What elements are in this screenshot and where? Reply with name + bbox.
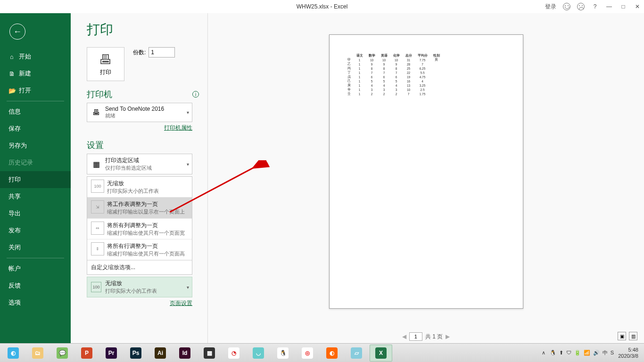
sidebar-separator xyxy=(7,101,64,101)
sidebar-item-label: 选项 xyxy=(8,298,21,307)
tray-expand-icon[interactable]: ∧ xyxy=(542,350,545,356)
taskbar-app-chat[interactable]: ◡ xyxy=(247,345,270,362)
scale-options-list: 100无缩放打印实际大小的工作表⇲将工作表调整为一页缩减打印输出以显示在一个页面… xyxy=(87,176,192,275)
sidebar-item-打印[interactable]: 打印 xyxy=(0,171,71,188)
sidebar-item-保存[interactable]: 保存 xyxy=(0,120,71,137)
sad-face-icon[interactable] xyxy=(577,3,585,10)
sidebar-item-帐户[interactable]: 帐户 xyxy=(0,260,71,277)
copies-input[interactable] xyxy=(149,47,175,58)
taskbar-app-ai[interactable]: Ai xyxy=(149,345,172,362)
grid-icon: ▦ xyxy=(91,159,101,169)
app-icon: Ai xyxy=(155,347,166,359)
sidebar-item-信息[interactable]: 信息 xyxy=(0,103,71,120)
page-setup-link[interactable]: 页面设置 xyxy=(87,299,192,307)
sidebar-item-选项[interactable]: 选项 xyxy=(0,294,71,311)
taskbar-app-browser[interactable]: ◐ xyxy=(2,345,25,362)
chevron-down-icon: ▾ xyxy=(187,110,189,115)
tray-icon[interactable]: 🛡 xyxy=(566,350,571,355)
show-margins-button[interactable]: ▥ xyxy=(629,332,637,340)
sidebar-item-发布[interactable]: 发布 xyxy=(0,222,71,239)
preview-page: 语文数学英语化学总分平均分性别甲1101010317.75男乙1999287丙1… xyxy=(329,34,523,309)
copies-label: 份数: xyxy=(133,49,146,57)
info-icon[interactable]: i xyxy=(192,91,199,98)
scale-option-title: 将工作表调整为一页 xyxy=(107,200,185,208)
print-button-label: 打印 xyxy=(100,68,111,76)
sidebar-item-共享[interactable]: 共享 xyxy=(0,188,71,205)
taskbar-app-chrome[interactable]: ◎ xyxy=(296,345,319,362)
taskbar-app-firefox[interactable]: ◐ xyxy=(321,345,343,362)
happy-face-icon[interactable] xyxy=(563,3,570,10)
taskbar-app-id[interactable]: Id xyxy=(173,345,196,362)
sidebar-icon: ⌂ xyxy=(8,53,15,60)
next-page-button[interactable]: ▶ xyxy=(446,333,450,340)
sidebar-item-关闭[interactable]: 关闭 xyxy=(0,239,71,256)
page-number-input[interactable] xyxy=(409,332,422,341)
scale-option-icon: ⇔ xyxy=(91,222,104,235)
current-scale-select[interactable]: 100 无缩放 打印实际大小的工作表 ▾ xyxy=(87,277,192,297)
scale-option[interactable]: ⇔将所有列调整为一页缩减打印输出使其只有一个页面宽 xyxy=(87,219,192,239)
taskbar-app-qq[interactable]: 🐧 xyxy=(272,345,294,362)
tray-icon[interactable]: 🐧 xyxy=(550,350,556,355)
scale-option[interactable]: ⇲将工作表调整为一页缩减打印输出以显示在一个页面上 xyxy=(87,197,192,218)
scale-icon: 100 xyxy=(91,282,101,292)
login-link[interactable]: 登录 xyxy=(545,3,556,11)
clock[interactable]: 5:48 2020/3/8 xyxy=(618,347,638,359)
scale-option-icon: 100 xyxy=(91,180,104,193)
taskbar-app-explorer[interactable]: 🗂 xyxy=(26,345,49,362)
tray-icon[interactable]: 中 xyxy=(603,350,608,355)
printer-properties-link[interactable]: 打印机属性 xyxy=(87,124,192,132)
back-button[interactable]: ← xyxy=(9,24,25,40)
taskbar-app-chart[interactable]: ◔ xyxy=(223,345,245,362)
sidebar-item-label: 帐户 xyxy=(8,264,21,273)
taskbar-app-ps[interactable]: Ps xyxy=(124,345,147,362)
tray-icon[interactable]: ⬆ xyxy=(559,350,563,355)
help-button[interactable]: ? xyxy=(591,3,599,10)
clock-time: 5:48 xyxy=(618,347,638,353)
page-total-label: 共 1 页 xyxy=(425,333,443,341)
scale-option-desc: 缩减打印输出以显示在一个页面上 xyxy=(107,208,185,215)
sidebar-item-label: 发布 xyxy=(8,226,21,235)
app-icon: X xyxy=(375,347,387,359)
taskbar-app-notes[interactable]: ▱ xyxy=(345,345,368,362)
clock-date: 2020/3/8 xyxy=(618,353,638,359)
print-button[interactable]: 🖶 打印 xyxy=(87,47,124,81)
tray-icon[interactable]: 🔊 xyxy=(593,350,600,355)
sidebar-item-另存为[interactable]: 另存为 xyxy=(0,137,71,154)
sidebar-separator xyxy=(7,258,64,258)
taskbar-app-video[interactable]: ▦ xyxy=(198,345,221,362)
sidebar-item-label: 关闭 xyxy=(8,243,21,252)
app-icon: Id xyxy=(179,347,190,359)
printer-name: Send To OneNote 2016 xyxy=(105,106,164,112)
custom-scale-option[interactable]: 自定义缩放选项... xyxy=(87,260,192,274)
maximize-button[interactable]: □ xyxy=(619,3,627,10)
taskbar-app-ppt[interactable]: P xyxy=(75,345,98,362)
print-area-select[interactable]: ▦ 打印选定区域 仅打印当前选定区域 ▾ xyxy=(87,154,192,174)
app-icon: 🗂 xyxy=(32,347,43,359)
scale-option-desc: 缩减打印输出使其只有一个页面高 xyxy=(107,250,185,257)
scale-option[interactable]: ⇕将所有行调整为一页缩减打印输出使其只有一个页面高 xyxy=(87,239,192,260)
settings-section-title: 设置 xyxy=(87,140,104,151)
app-icon: 🐧 xyxy=(277,347,289,359)
taskbar: ◐🗂💬PPrPsAiId▦◔◡🐧◎◐▱X ∧ 🐧⬆🛡🔋📶🔊中S 5:48 202… xyxy=(0,343,644,362)
taskbar-app-excel[interactable]: X xyxy=(370,345,392,362)
app-icon: ▱ xyxy=(351,347,362,359)
scale-option-title: 将所有列调整为一页 xyxy=(107,222,185,230)
app-icon: Ps xyxy=(130,347,141,359)
tray-icon[interactable]: S xyxy=(611,350,614,355)
taskbar-app-wechat[interactable]: 💬 xyxy=(51,345,74,362)
tray-icon[interactable]: 🔋 xyxy=(574,350,581,355)
tray-icon[interactable]: 📶 xyxy=(584,350,590,355)
printer-select[interactable]: 🖶 Send To OneNote 2016 就绪 ▾ xyxy=(87,103,192,122)
minimize-button[interactable]: — xyxy=(605,3,613,10)
sidebar-item-开始[interactable]: ⌂开始 xyxy=(0,48,71,65)
sidebar-item-新建[interactable]: 🗎新建 xyxy=(0,65,71,82)
sidebar-item-导出[interactable]: 导出 xyxy=(0,205,71,222)
close-button[interactable]: ✕ xyxy=(634,3,641,10)
scale-option[interactable]: 100无缩放打印实际大小的工作表 xyxy=(87,177,192,197)
taskbar-app-premiere[interactable]: Pr xyxy=(100,345,123,362)
prev-page-button[interactable]: ◀ xyxy=(402,333,406,340)
zoom-to-page-button[interactable]: ▣ xyxy=(618,332,626,340)
sidebar-item-打开[interactable]: 📂打开 xyxy=(0,82,71,99)
sidebar-item-反馈[interactable]: 反馈 xyxy=(0,277,71,294)
page-title: 打印 xyxy=(87,21,199,39)
